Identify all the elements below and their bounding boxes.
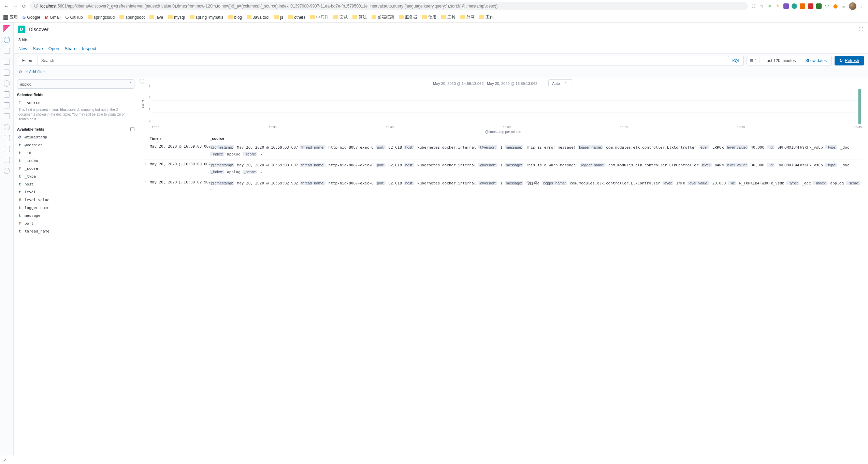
filters-button[interactable]: Filters [18, 56, 38, 65]
expand-row-icon[interactable]: › [142, 180, 150, 193]
space-badge[interactable]: D [18, 26, 25, 33]
ext-icon[interactable]: ✎ [775, 3, 781, 9]
bookmark-folder[interactable]: mysql [168, 15, 185, 20]
nav-apm-icon[interactable] [4, 124, 10, 130]
field-item[interactable]: #_score [14, 165, 138, 173]
ext-icon[interactable]: 🛡 [824, 3, 830, 9]
bookmark-folder[interactable]: 外网 [460, 14, 475, 20]
browser-menu-icon[interactable]: ⋮ [859, 3, 865, 9]
new-button[interactable]: New [18, 46, 27, 51]
field-item[interactable]: tlogger_name [14, 204, 138, 212]
inspect-button[interactable]: Inspect [82, 46, 96, 51]
bookmark-folder[interactable]: 工具 [441, 14, 455, 20]
search-input[interactable] [38, 56, 729, 65]
show-dates-link[interactable]: Show dates [800, 58, 831, 63]
nav-logs-icon[interactable] [4, 113, 10, 119]
time-picker[interactable]: 🗓 ˅ Last 120 minutes Show dates [747, 56, 832, 65]
nav-maps-icon[interactable] [4, 80, 10, 87]
bookmark-folder[interactable]: 算法 [352, 14, 367, 20]
bookmark-folder[interactable]: springcloud [88, 15, 115, 20]
save-button[interactable]: Save [33, 46, 43, 51]
table-row: ›May 20, 2020 @ 16:59:03.007@timestamp: … [142, 142, 862, 160]
field-item[interactable]: t_type [14, 173, 138, 180]
field-item[interactable]: #level_value [14, 196, 138, 204]
bookmark-gmail[interactable]: MGmail [45, 15, 60, 20]
kibana-logo-icon[interactable] [3, 25, 10, 32]
expand-row-icon[interactable]: › [142, 144, 150, 158]
star-icon[interactable]: ☆ [759, 3, 764, 9]
field-item[interactable]: thost [14, 180, 138, 188]
fullscreen-icon[interactable]: ⛶ [858, 27, 864, 32]
ext-icon[interactable] [816, 3, 822, 9]
bookmark-folder[interactable]: js [274, 15, 283, 20]
add-filter-link[interactable]: + Add filter [26, 70, 45, 74]
column-time-header[interactable]: Time▾ [150, 136, 210, 140]
field-item[interactable]: tlevel [14, 188, 138, 196]
hits-count: 3 hits [14, 36, 868, 44]
bookmark-folder[interactable]: 工作 [479, 14, 494, 20]
histogram-bar[interactable] [858, 89, 861, 124]
kql-toggle[interactable]: KQL [729, 56, 744, 65]
ext-icon[interactable] [792, 3, 797, 9]
field-item[interactable]: #port [14, 220, 138, 227]
nav-metrics-icon[interactable] [4, 102, 10, 108]
kibana-side-nav [0, 23, 14, 455]
field-source[interactable]: ? _source [14, 99, 138, 107]
interval-select[interactable]: Auto˅ [548, 79, 573, 87]
index-pattern-select[interactable]: applog ˅ [17, 79, 134, 89]
ext-icon[interactable]: ☁ [841, 3, 846, 9]
nav-siem-icon[interactable] [4, 146, 10, 152]
nav-visualize-icon[interactable] [4, 48, 10, 54]
share-button[interactable]: Share [64, 46, 76, 51]
bookmark-folder[interactable]: spring+mybatis [190, 15, 223, 20]
column-source-header[interactable]: _source [210, 136, 862, 140]
field-item[interactable]: tmessage [14, 212, 138, 220]
field-item[interactable]: ⏱@timestamp [14, 133, 138, 141]
kibana-header: D Discover ⛶ [14, 23, 868, 36]
nav-discover-icon[interactable] [4, 37, 10, 43]
bookmark-folder[interactable]: 中间件 [310, 14, 329, 20]
field-item[interactable]: t_id [14, 149, 138, 157]
bookmark-folder[interactable]: springboot [119, 15, 145, 20]
profile-avatar[interactable] [849, 2, 856, 10]
ext-icon[interactable] [783, 3, 789, 9]
forward-button[interactable]: → [12, 3, 18, 9]
histogram-chart[interactable]: Count 0 1 2 3 15:1515:3015:4516:0 [144, 89, 862, 133]
nav-ml-icon[interactable] [4, 91, 10, 98]
ext-icon[interactable]: ✶ [767, 3, 772, 9]
filter-settings-icon[interactable]: ⚙ [18, 70, 22, 74]
filter-row: ⚙ + Add filter [14, 68, 868, 77]
field-item[interactable]: t@version [14, 141, 138, 149]
bookmark-github[interactable]: ⎔GitHub [65, 15, 83, 20]
bookmark-folder[interactable]: 面试 [333, 14, 348, 20]
bookmark-google[interactable]: GGoogle [23, 15, 40, 20]
field-item[interactable]: tthread_name [14, 227, 138, 235]
field-item[interactable]: t_index [14, 157, 138, 165]
nav-management-icon[interactable] [4, 168, 10, 174]
expand-row-icon[interactable]: › [142, 162, 150, 175]
ext-icon[interactable] [808, 3, 813, 9]
bookmark-folder[interactable]: Java tool [247, 15, 269, 20]
refresh-button[interactable]: ↻Refresh [835, 56, 864, 65]
reload-button[interactable]: ⟳ [21, 3, 27, 9]
nav-uptime-icon[interactable] [4, 135, 10, 141]
bookmark-folder[interactable]: 前端框架 [372, 14, 394, 20]
back-button[interactable]: ← [3, 3, 10, 9]
ext-icon[interactable]: ⬤ [833, 3, 838, 9]
bookmark-folder[interactable]: blog [228, 15, 242, 20]
open-button[interactable]: Open [48, 46, 59, 51]
bookmark-folder[interactable]: 服务器 [399, 14, 417, 20]
bookmark-folder[interactable]: 使用 [422, 14, 436, 20]
translate-icon[interactable]: ⛶ [751, 3, 756, 9]
bookmark-folder[interactable]: others [288, 15, 305, 20]
ext-icon[interactable] [800, 3, 805, 9]
address-bar[interactable]: ⓘ localhost :5601/app/kibana#/discover?_… [30, 2, 748, 10]
nav-canvas-icon[interactable] [4, 70, 10, 76]
fields-filter-icon[interactable] [130, 127, 134, 131]
collapse-sidebar-icon[interactable]: ‹ [140, 79, 144, 84]
bookmark-folder[interactable]: java [149, 15, 163, 20]
nav-devtools-icon[interactable] [4, 157, 10, 163]
nav-dashboard-icon[interactable] [4, 59, 10, 65]
apps-button[interactable]: 应用 [3, 14, 18, 20]
fields-sidebar: applog ˅ Selected fields ? _source This … [14, 77, 138, 455]
